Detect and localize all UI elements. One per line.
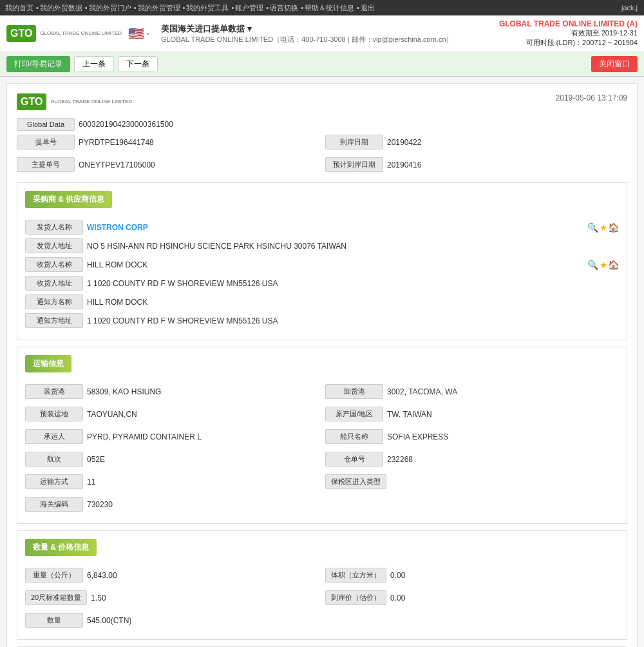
arrival-price-label: 到岸价（估价） [325,590,386,605]
consignee-addr-value: 1 1020 COUNTY RD F W SHOREVIEW MN55126 U… [87,279,619,288]
customs-entry-label: 保税区进入类型 [325,474,386,489]
teu-value: 1.50 [91,594,319,603]
global-data-value: 6003201904230000361500 [79,120,627,129]
master-bill-label: 主提单号 [17,157,75,172]
transport-label: 运输方式 [25,474,83,489]
loading-port-value: 58309, KAO HSIUNG [87,387,319,396]
content-area: GTO GLOBAL TRADE ONLINE LIMITED 2019-05-… [0,77,644,647]
nav-language[interactable]: 语言切换 [270,3,298,13]
notify-addr-value: 1 1020 COUNTY RD F W SHOREVIEW MN55126 U… [87,316,619,325]
carrier-value: PYRD, PYRAMID CONTAINER L [87,432,319,441]
shipping-section-title: 运输信息 [25,355,71,372]
arrival-date-value: 20190422 [387,138,627,147]
print-button[interactable]: 打印/导易记录 [6,56,70,72]
carrier-row: 承运人 PYRD, PYRAMID CONTAINER L [25,429,319,444]
ldr-info: 可用时段 (LDR)：200712 ~ 201904 [499,38,638,48]
bill-lading-label: 仓单号 [325,452,383,467]
nav-home[interactable]: 我的首页 [5,3,33,13]
weight-volume-row: 重量（公斤） 6,843.00 体积（立方米） 0.00 [25,568,619,586]
card-header: GTO GLOBAL TRADE ONLINE LIMITED 2019-05-… [17,93,627,110]
next-button[interactable]: 下一条 [118,56,158,72]
transport-value: 11 [87,478,319,487]
teu-label: 20尺标准箱数量 [25,590,87,605]
country-flag: 🇺🇸 [128,26,144,41]
customs-code-value: 730230 [87,500,619,509]
top-navigation: 我的首页 • 我的外贸数据 • 我的外贸门户 • 我的外贸管理 • 我的外贸工具… [0,0,644,15]
voyage-row: 航次 052E [25,452,319,467]
global-data-label: Global Data [17,118,75,131]
teu-price-row: 20尺标准箱数量 1.50 到岸价（估价） 0.00 [25,590,619,609]
company-contact: GLOBAL TRADE ONLINE LIMITED（电话：400-710-3… [161,35,453,44]
discharge-port-value: 3002, TACOMA, WA [387,387,619,396]
volume-value: 0.00 [390,571,619,580]
transport-customs-row: 运输方式 11 保税区进入类型 [25,474,619,493]
shipper-home-icon: 🏠 [608,222,619,233]
logo-subtitle: GLOBAL TRADE ONLINE LIMITED [40,30,122,37]
consignee-addr-row: 收货人地址 1 1020 COUNTY RD F W SHOREVIEW MN5… [25,276,619,291]
shipping-title-row: 运输信息 [25,355,619,379]
qty-label: 数量 [25,613,83,628]
header-right: GLOBAL TRADE ONLINE LIMITED (A) 有效期至 201… [499,19,638,48]
notify-name-row: 通知方名称 HILL ROM DOCK [25,295,619,309]
origin-row: 原产国/地区 TW, TAIWAN [325,407,619,421]
origin-label: 原产国/地区 [325,407,383,421]
est-arrival-label: 预计到岸日期 [325,157,383,172]
shipper-star-icon: ★ [600,222,608,233]
est-arrival-value: 20190416 [387,160,627,169]
bill-no-row: 提单号 PYRDTPE196441748 [17,135,319,150]
quantity-title-row: 数量 & 价格信息 [25,539,619,563]
nav-tools[interactable]: 我的外贸工具 [186,3,229,13]
arrival-date-label: 到岸日期 [325,135,383,150]
logo-icon: GTO [6,25,36,42]
card-logo-box: GTO [17,93,46,110]
prev-button[interactable]: 上一条 [74,56,114,72]
carrier-label: 承运人 [25,429,83,444]
notify-addr-label: 通知方地址 [25,313,83,328]
nav-management[interactable]: 我的外贸管理 [138,3,180,13]
quantity-section: 数量 & 价格信息 重量（公斤） 6,843.00 体积（立方米） 0.00 2… [17,530,627,640]
discharge-port-row: 卸货港 3002, TACOMA, WA [325,384,619,399]
validity-info: 有效期至 2019-12-31 [499,28,638,38]
shipper-name-value: WISTRON CORP [87,223,586,232]
voyage-value: 052E [87,455,319,464]
master-bill-number-row: 主提单号 ONEYTPEV17105000 [17,157,319,172]
nav-trade-data[interactable]: 我的外贸数据 [40,3,82,13]
supplier-title-row: 采购商 & 供应商信息 [25,191,619,215]
est-arrival-row: 预计到岸日期 20190416 [325,157,627,172]
customs-code-label: 海关编码 [25,497,83,512]
close-button[interactable]: 关闭窗口 [591,56,638,72]
consignee-addr-label: 收货人地址 [25,276,83,291]
voyage-label: 航次 [25,452,83,467]
nav-help[interactable]: 帮助＆统计信息 [305,3,354,13]
transit-origin-row: 预装运地 TAOYUAN,CN 原产国/地区 TW, TAIWAN [25,407,619,425]
bill-arrival-row: 提单号 PYRDTPE196441748 到岸日期 20190422 [17,135,627,153]
loading-port-row: 装货港 58309, KAO HSIUNG [25,384,319,399]
nav-logout[interactable]: 退出 [361,3,375,13]
nav-portal[interactable]: 我的外贸门户 [89,3,131,13]
quantity-section-title: 数量 & 价格信息 [25,539,97,556]
voyage-bill-row: 航次 052E 仓单号 232268 [25,452,619,470]
vessel-value: SOFIA EXPRESS [387,432,619,441]
card-logo: GTO GLOBAL TRADE ONLINE LIMITED [17,93,132,110]
weight-row: 重量（公斤） 6,843.00 [25,568,319,583]
bill-no-value: PYRDTPE196441748 [79,138,319,147]
qty-value: 545.00(CTN) [87,616,619,625]
consignee-name-value: HILL ROM DOCK [87,260,586,269]
notify-addr-row: 通知方地址 1 1020 COUNTY RD F W SHOREVIEW MN5… [25,313,619,328]
shipper-name-row: 发货人名称 WISTRON CORP 🔍 ★ 🏠 [25,220,619,235]
nav-account[interactable]: 账户管理 [235,3,263,13]
origin-value: TW, TAIWAN [387,410,619,419]
master-bill-value: ONEYTPEV17105000 [79,160,319,169]
supplier-section-title: 采购商 & 供应商信息 [25,191,112,208]
flag-area: 🇺🇸 • [128,26,149,41]
consignee-search-icon[interactable]: 🔍 [586,260,600,270]
logo: GTO GLOBAL TRADE ONLINE LIMITED [6,25,122,42]
company-name: GLOBAL TRADE ONLINE LIMITED (A) [499,19,638,28]
volume-label: 体积（立方米） [325,568,386,583]
shipper-search-icon[interactable]: 🔍 [586,222,600,233]
global-data-row: Global Data 6003201904230000361500 [17,118,627,131]
bill-lading-row: 仓单号 232268 [325,452,619,467]
top-toolbar: 打印/导易记录 上一条 下一条 关闭窗口 [0,52,644,77]
consignee-name-row: 收货人名称 HILL ROM DOCK 🔍 ★ 🏠 [25,257,619,272]
qty-row: 数量 545.00(CTN) [25,613,619,628]
